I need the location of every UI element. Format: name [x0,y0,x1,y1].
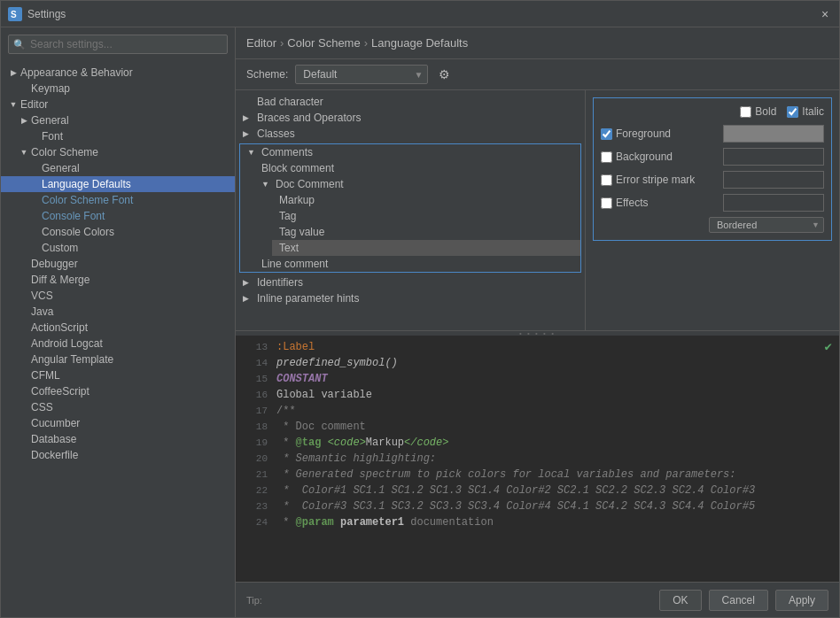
sidebar-item-label: Font [42,130,63,143]
search-input[interactable] [8,35,228,54]
color-tree-tag[interactable]: Tag [272,208,580,224]
bold-checkbox-label[interactable]: Bold [740,105,776,118]
sidebar-item-dockerfile[interactable]: Dockerfile [1,447,235,463]
cancel-button[interactable]: Cancel [709,590,768,611]
color-tree-comments[interactable]: ▼ Comments [240,144,580,160]
apply-button[interactable]: Apply [775,590,828,611]
line-number: 21 [243,467,268,483]
bordered-select[interactable]: Bordered Underscored Bold underscored Un… [709,217,824,233]
arrow-icon [29,131,40,142]
effects-color-swatch[interactable] [723,194,824,212]
code-content: * Color#1 SC1.1 SC1.2 SC1.3 SC1.4 Color#… [276,483,832,498]
code-line: 19 * @tag <code>Markup</code> [236,435,839,451]
color-tree-identifiers[interactable]: ▶ Identifiers [236,274,585,290]
background-color-swatch[interactable] [723,148,824,166]
code-content: * Color#3 SC3.1 SC3.2 SC3.3 SC3.4 Color#… [276,498,832,514]
item-label: Classes [257,127,295,140]
code-line: 24 * @param parameter1 documentation [236,514,839,530]
sidebar-item-color-scheme[interactable]: ▼ Color Scheme [1,144,235,160]
ok-button[interactable]: OK [659,590,701,611]
effects-checkbox[interactable] [601,197,612,209]
code-line: 18 * Doc comment [236,419,839,435]
sidebar-item-console-font[interactable]: Console Font [1,208,235,224]
background-checkbox-label[interactable]: Background [601,151,716,163]
code-content: * Semantic highlighting: [276,451,832,467]
color-tree-text[interactable]: Text [272,240,580,256]
color-tree-braces-ops[interactable]: ▶ Braces and Operators [236,110,585,126]
gear-button[interactable]: ⚙ [435,66,454,83]
sidebar-item-language-defaults[interactable]: Language Defaults [1,176,235,192]
sidebar-item-debugger[interactable]: Debugger [1,256,235,272]
bold-italic-row: Bold Italic [601,105,824,118]
error-stripe-color-swatch[interactable] [723,171,824,189]
color-tree-bad-char[interactable]: Bad character [236,94,585,110]
close-button[interactable]: × [818,7,832,21]
main-content: 🔍 ▶ Appearance & Behavior Keymap ▼ Edito… [1,27,839,617]
sidebar-item-cucumber[interactable]: Cucumber [1,415,235,431]
code-line: 13 :Label [236,339,839,355]
sidebar-item-coffeescript[interactable]: CoffeeScript [1,383,235,399]
color-tree-doc-comment[interactable]: ▼ Doc Comment [240,176,580,192]
bold-checkbox[interactable] [740,106,751,118]
color-tree-inline-param[interactable]: ▶ Inline parameter hints [236,290,585,306]
check-green-icon: ✔ [825,339,832,354]
line-number: 24 [243,514,268,530]
foreground-checkbox[interactable] [601,128,612,140]
breadcrumb-part-editor: Editor [246,36,276,50]
color-tree-tag-value[interactable]: Tag value [272,224,580,240]
breadcrumb-sep2: › [364,36,368,50]
color-tree-classes[interactable]: ▶ Classes [236,126,585,142]
sidebar-item-android-logcat[interactable]: Android Logcat [1,336,235,351]
foreground-color-swatch[interactable] [723,125,824,143]
effects-checkbox-label[interactable]: Effects [601,197,716,209]
sidebar-item-appearance[interactable]: ▶ Appearance & Behavior [1,65,235,81]
doc-comment-sub: Markup Tag Tag value [240,192,580,256]
sidebar-item-custom[interactable]: Custom [1,240,235,256]
sidebar-item-java[interactable]: Java [1,304,235,320]
color-tree-line-comment[interactable]: Line comment [240,256,580,272]
sidebar-item-database[interactable]: Database [1,431,235,447]
line-number: 19 [243,435,268,451]
code-line: 23 * Color#3 SC3.1 SC3.2 SC3.3 SC3.4 Col… [236,498,839,514]
arrow-icon: ▶ [243,129,255,138]
sidebar-item-keymap[interactable]: Keymap [1,81,235,97]
code-content: :Label [276,339,832,355]
sidebar-item-css[interactable]: CSS [1,399,235,415]
code-content: /** [276,403,832,419]
props-box: Bold Italic Foreground [593,97,832,241]
code-line: 22 * Color#1 SC1.1 SC1.2 SC1.3 SC1.4 Col… [236,483,839,498]
italic-checkbox[interactable] [787,106,798,118]
arrow-icon [19,290,29,301]
sidebar-item-console-colors[interactable]: Console Colors [1,224,235,240]
error-stripe-checkbox[interactable] [601,174,612,186]
arrow-icon: ▼ [8,99,19,110]
item-label: Bad character [257,96,323,108]
color-tree-block-comment[interactable]: Block comment [240,160,580,176]
error-stripe-checkbox-label[interactable]: Error stripe mark [601,174,716,186]
breadcrumb-sep: › [280,36,284,50]
bordered-select-wrapper: Bordered Underscored Bold underscored Un… [601,217,824,233]
sidebar-item-font[interactable]: Font [1,128,235,144]
item-label: Tag [279,210,296,222]
sidebar-item-color-general[interactable]: General [1,160,235,176]
background-checkbox[interactable] [601,151,612,163]
scheme-select[interactable]: Default Classic Light Darcula High contr… [295,65,428,84]
sidebar-item-vcs[interactable]: VCS [1,288,235,304]
effects-label: Effects [616,197,648,209]
sidebar-item-cfml[interactable]: CFML [1,367,235,383]
sidebar-item-editor[interactable]: ▼ Editor [1,97,235,112]
sidebar-item-diff-merge[interactable]: Diff & Merge [1,272,235,288]
color-tree-markup[interactable]: Markup [272,192,580,208]
sidebar-item-label: Dockerfile [31,449,78,461]
item-label: Braces and Operators [257,112,361,124]
item-label: Tag value [279,226,324,238]
sidebar-item-color-scheme-font[interactable]: Color Scheme Font [1,192,235,208]
sidebar-item-actionscript[interactable]: ActionScript [1,320,235,336]
code-content: * Doc comment [276,419,832,435]
code-content: * @tag <code>Markup</code> [276,435,832,451]
sidebar-item-angular-template[interactable]: Angular Template [1,351,235,367]
italic-checkbox-label[interactable]: Italic [787,105,824,118]
app-icon: S [8,7,22,21]
foreground-checkbox-label[interactable]: Foreground [601,127,716,140]
sidebar-item-general[interactable]: ▶ General [1,112,235,128]
